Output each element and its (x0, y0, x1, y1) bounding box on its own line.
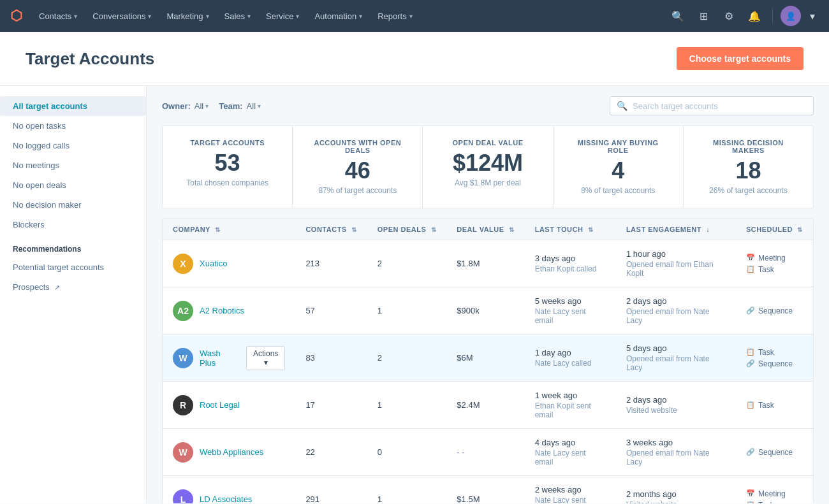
scheduled-label: Sequence (758, 359, 793, 368)
company-logo: L (173, 489, 193, 504)
choose-target-accounts-button[interactable]: Choose target accounts (677, 47, 803, 70)
notifications-icon[interactable]: 🔔 (744, 6, 765, 26)
col-open-deals[interactable]: OPEN DEALS ⇅ (367, 219, 447, 240)
open-deals-cell: 1 (367, 476, 447, 504)
hubspot-logo[interactable]: ⬡ (10, 8, 22, 24)
stat-missing-decision-makers: MISSING DECISION MAKERS 18 26% of target… (684, 126, 813, 208)
last-engagement-cell: 2 days ago Opened email from Nate Lacy (616, 287, 736, 335)
last-touch-cell: 2 weeks ago Nate Lacy sent email (525, 476, 616, 504)
sidebar-item-all-target-accounts[interactable]: All target accounts (0, 96, 146, 116)
sidebar-item-no-decision-maker[interactable]: No decision maker (0, 195, 146, 215)
nav-conversations[interactable]: Conversations ▾ (86, 6, 158, 26)
company-cell: W Wash Plus Actions ▾ (163, 335, 295, 382)
chevron-down-icon: ▾ (148, 13, 151, 20)
settings-icon[interactable]: ⚙ (719, 6, 739, 26)
scheduled-label: Task (758, 501, 774, 504)
chevron-down-icon: ▾ (247, 13, 251, 20)
nav-automation[interactable]: Automation ▾ (308, 6, 369, 26)
last-touch-cell: 5 weeks ago Nate Lacy sent email (525, 287, 616, 335)
sidebar-item-no-meetings[interactable]: No meetings (0, 155, 146, 175)
sort-active-desc-icon: ↓ (707, 226, 710, 233)
sequence-icon: 🔗 (746, 448, 755, 456)
company-logo: A2 (173, 301, 193, 321)
stat-open-deal-value: OPEN DEAL VALUE $124M Avg $1.8M per deal (423, 126, 553, 208)
sidebar-item-prospects[interactable]: Prospects ↗ (0, 277, 146, 297)
sidebar-recommendations-label: Recommendations (0, 234, 146, 257)
col-last-touch[interactable]: LAST TOUCH ⇅ (525, 219, 616, 240)
task-icon: 📋 (746, 401, 755, 409)
stats-row: TARGET ACCOUNTS 53 Total chosen companie… (162, 126, 814, 208)
scheduled-cell: 🔗Sequence (736, 429, 813, 476)
company-cell: A2 A2 Robotics (163, 287, 295, 335)
company-logo: W (173, 348, 193, 368)
nav-reports[interactable]: Reports ▾ (371, 6, 419, 26)
deal-value-cell: $900k (446, 287, 524, 335)
owner-filter-dropdown[interactable]: All ▾ (194, 101, 209, 111)
col-company[interactable]: COMPANY ⇅ (163, 219, 295, 240)
nav-sales[interactable]: Sales ▾ (218, 6, 258, 26)
scheduled-item: 📋Task (746, 265, 803, 274)
sort-icon: ⇅ (351, 226, 357, 233)
last-engagement-cell: 5 days ago Opened email from Nate Lacy (616, 335, 736, 382)
nav-marketing[interactable]: Marketing ▾ (160, 6, 215, 26)
table-row: A2 A2 Robotics 571$900k 5 weeks ago Nate… (163, 287, 813, 335)
company-logo: R (173, 395, 193, 415)
apps-icon[interactable]: ⊞ (693, 6, 714, 26)
company-name[interactable]: Xuatico (200, 259, 227, 268)
deal-value-cell: $1.5M (446, 476, 524, 504)
main-content: All target accounts No open tasks No log… (0, 86, 829, 503)
contacts-cell: 22 (295, 429, 367, 476)
account-chevron-icon[interactable]: ▾ (806, 6, 819, 26)
company-name[interactable]: Root Legal (200, 400, 240, 410)
top-navigation: ⬡ Contacts ▾ Conversations ▾ Marketing ▾… (0, 0, 829, 32)
sequence-icon: 🔗 (746, 306, 755, 315)
col-last-engagement[interactable]: LAST ENGAGEMENT ↓ (616, 219, 736, 240)
deal-value-cell: - - (446, 429, 524, 476)
col-contacts[interactable]: CONTACTS ⇅ (295, 219, 367, 240)
search-box[interactable]: 🔍 (610, 96, 814, 115)
open-deals-cell: 1 (367, 382, 447, 429)
stat-accounts-with-open-deals: ACCOUNTS WITH OPEN DEALS 46 87% of targe… (293, 126, 423, 208)
company-logo: X (173, 254, 193, 274)
sequence-icon: 🔗 (746, 359, 755, 368)
last-touch-cell: 1 week ago Ethan Kopit sent email (525, 382, 616, 429)
scheduled-item: 📋Task (746, 348, 803, 357)
nav-divider (772, 8, 773, 24)
chevron-down-icon: ▾ (409, 13, 413, 20)
sidebar-item-potential-target-accounts[interactable]: Potential target accounts (0, 257, 146, 277)
company-cell: W Webb Appliances (163, 429, 295, 476)
scheduled-cell: 📋Task (736, 382, 813, 429)
sidebar-item-no-logged-calls[interactable]: No logged calls (0, 136, 146, 155)
scheduled-label: Meeting (758, 254, 786, 263)
scheduled-label: Meeting (758, 489, 786, 498)
scheduled-cell: 📅Meeting📋Task (736, 476, 813, 504)
stat-target-accounts: TARGET ACCOUNTS 53 Total chosen companie… (163, 126, 293, 208)
col-scheduled[interactable]: SCHEDULED ⇅ (736, 219, 813, 240)
scheduled-label: Task (758, 265, 774, 274)
scheduled-label: Task (758, 401, 774, 410)
company-name[interactable]: Webb Appliances (200, 447, 263, 457)
scheduled-item: 📅Meeting (746, 254, 803, 263)
col-deal-value[interactable]: DEAL VALUE ⇅ (446, 219, 524, 240)
team-filter: Team: All ▾ (219, 101, 261, 111)
company-name[interactable]: Wash Plus (200, 349, 235, 368)
sidebar-item-no-open-deals[interactable]: No open deals (0, 175, 146, 195)
sidebar-item-blockers[interactable]: Blockers (0, 215, 146, 234)
avatar[interactable]: 👤 (781, 6, 801, 26)
nav-contacts[interactable]: Contacts ▾ (33, 6, 84, 26)
company-name[interactable]: A2 Robotics (200, 306, 244, 315)
scheduled-item: 📋Task (746, 501, 803, 504)
search-icon[interactable]: 🔍 (668, 6, 688, 26)
team-filter-dropdown[interactable]: All ▾ (247, 101, 261, 111)
chevron-down-icon: ▾ (74, 13, 77, 20)
last-engagement-cell: 2 months ago Visited website (616, 476, 736, 504)
sidebar-item-no-open-tasks[interactable]: No open tasks (0, 116, 146, 136)
last-engagement-cell: 1 hour ago Opened email from Ethan Kopit (616, 240, 736, 287)
scheduled-item: 🔗Sequence (746, 306, 803, 315)
content-area: Owner: All ▾ Team: All ▾ 🔍 (147, 86, 829, 503)
contacts-cell: 57 (295, 287, 367, 335)
nav-service[interactable]: Service ▾ (260, 6, 305, 26)
search-input[interactable] (633, 101, 807, 111)
actions-button[interactable]: Actions ▾ (246, 346, 285, 370)
company-name[interactable]: LD Associates (200, 494, 252, 503)
